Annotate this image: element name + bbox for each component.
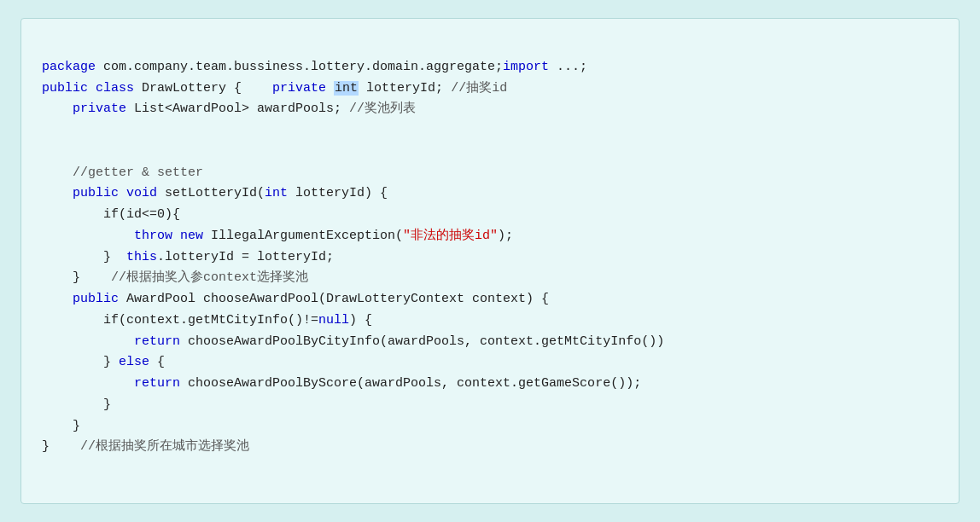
line-6: public void setLotteryId(int lotteryId) … <box>42 186 388 200</box>
line-17: } <box>42 419 80 433</box>
line-14: } else { <box>42 355 165 369</box>
line-1: package com.company.team.bussiness.lotte… <box>42 60 587 74</box>
line-5: //getter & setter <box>42 165 203 180</box>
line-2: public class DrawLottery { private int l… <box>42 81 507 96</box>
line-7: if(id<=0){ <box>42 207 180 222</box>
line-18: } //根据抽奖所在城市选择奖池 <box>42 439 249 454</box>
code-block: package com.company.team.bussiness.lotte… <box>42 36 938 479</box>
line-13: return chooseAwardPoolByCityInfo(awardPo… <box>42 334 664 349</box>
code-container: package com.company.team.bussiness.lotte… <box>20 18 960 504</box>
line-12: if(context.getMtCityInfo()!=null) { <box>42 313 372 328</box>
line-10: } //根据抽奖入参context选择奖池 <box>42 270 308 285</box>
line-3: private List<AwardPool> awardPools; //奖池… <box>42 102 416 116</box>
line-8: throw new IllegalArgumentException("非法的抽… <box>42 229 513 243</box>
line-15: return chooseAwardPoolByScore(awardPools… <box>42 376 641 391</box>
line-9: } this.lotteryId = lotteryId; <box>42 250 334 264</box>
line-11: public AwardPool chooseAwardPool(DrawLot… <box>42 292 549 306</box>
line-16: } <box>42 397 111 412</box>
